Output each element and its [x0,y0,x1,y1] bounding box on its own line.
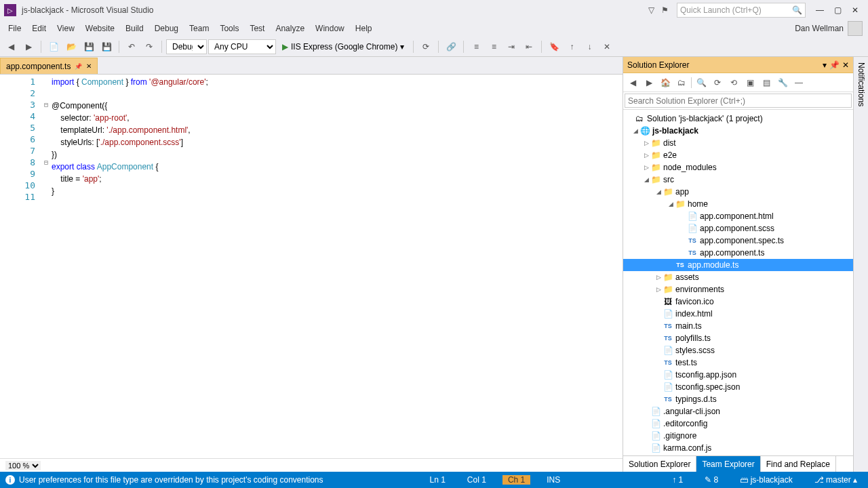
solution-root[interactable]: 🗂Solution 'js-blackjack' (1 project) [623,113,853,125]
outdent-button[interactable]: ⇤ [521,39,537,55]
user-label[interactable]: Dan Wellman [795,20,868,37]
refresh-icon[interactable]: ⟳ [711,76,724,89]
file-app-spec[interactable]: TSapp.component.spec.ts [623,235,853,247]
file-main[interactable]: TSmain.ts [623,320,853,332]
file-tsconfig-spec[interactable]: 📄tsconfig.spec.json [623,381,853,393]
file-app-html[interactable]: 📄app.component.html [623,210,853,222]
folder-dist[interactable]: ▷📁dist [623,137,853,149]
folder-assets[interactable]: ▷📁assets [623,271,853,283]
sync-icon[interactable]: 🗂 [675,76,688,89]
status-repo[interactable]: 🗃 js-blackjack [734,475,797,485]
home-icon[interactable]: 🏠 [658,76,672,89]
file-favicon[interactable]: 🖼favicon.ico [623,296,853,308]
collapse-icon[interactable]: ▣ [743,76,757,89]
file-index[interactable]: 📄index.html [623,308,853,320]
dropdown-icon[interactable]: ▾ [823,60,827,70]
code-content[interactable]: import { Component } from '@angular/core… [52,75,623,458]
file-editorconfig[interactable]: 📄.editorconfig [623,418,853,430]
flag-icon[interactable]: ⚑ [658,5,671,15]
folder-src[interactable]: ◢📁src [623,174,853,186]
file-test[interactable]: TStest.ts [623,357,853,369]
preview-icon[interactable]: — [792,76,806,89]
project-node[interactable]: ◢🌐js-blackjack [623,125,853,137]
file-polyfills[interactable]: TSpolyfills.ts [623,332,853,344]
next-bookmark-button[interactable]: ↓ [581,39,597,55]
platform-select[interactable]: Any CPU [208,39,276,54]
file-styles[interactable]: 📄styles.scss [623,344,853,357]
menu-website[interactable]: Website [80,20,120,37]
open-button[interactable]: 📂 [63,39,79,55]
file-typings[interactable]: TStypings.d.ts [623,393,853,405]
menu-view[interactable]: View [52,20,80,37]
menu-help[interactable]: Help [350,20,378,37]
indent-button[interactable]: ⇥ [503,39,519,55]
browser-link-button[interactable]: 🔗 [443,39,459,55]
tab-solution-explorer[interactable]: Solution Explorer [623,456,696,472]
undo-button[interactable]: ↶ [123,39,140,55]
new-project-button[interactable]: 📄 [45,39,62,55]
fold-column[interactable]: ⊟⊟ [41,75,52,458]
tab-close-button[interactable]: ✕ [86,62,92,70]
save-button[interactable]: 💾 [81,39,97,55]
forward-icon[interactable]: ▶ [642,76,656,89]
properties-icon[interactable]: 🔧 [776,76,789,89]
pin-icon[interactable]: 📌 [75,63,82,70]
quick-launch-input[interactable]: Quick Launch (Ctrl+Q) 🔍 [677,3,806,18]
search-input[interactable] [625,94,852,108]
prev-bookmark-button[interactable]: ↑ [564,39,580,55]
notifications-tab[interactable]: Notifications [855,57,867,112]
close-panel-button[interactable]: ✕ [842,60,849,70]
close-button[interactable]: ✕ [846,3,864,17]
file-tsconfig-app[interactable]: 📄tsconfig.app.json [623,369,853,381]
redo-button[interactable]: ↷ [141,39,157,55]
forward-button[interactable]: ▶ [20,39,37,55]
back-button[interactable]: ◀ [3,39,19,55]
editor-body[interactable]: 1234567891011 ⊟⊟ import { Component } fr… [0,75,623,458]
menu-file[interactable]: File [3,20,26,37]
file-karma[interactable]: 📄karma.conf.js [623,442,853,454]
uncomment-button[interactable]: ≡ [486,39,502,55]
filter-icon[interactable]: ▽ [644,5,658,15]
tab-find-replace[interactable]: Find and Replace [761,456,836,472]
folder-app[interactable]: ◢📁app [623,186,853,198]
folder-e2e[interactable]: ▷📁e2e [623,149,853,161]
run-button[interactable]: ▶ IIS Express (Google Chrome) ▾ [277,39,409,54]
showall-icon[interactable]: ▤ [760,76,773,89]
file-gitignore[interactable]: 📄.gitignore [623,430,853,442]
menu-build[interactable]: Build [120,20,149,37]
bookmark-button[interactable]: 🔖 [546,39,562,55]
file-angular-cli[interactable]: 📄.angular-cli.json [623,405,853,418]
folder-home[interactable]: ◢📁home [623,198,853,210]
zoom-select[interactable]: 100 % [5,461,41,470]
status-publish[interactable]: ↑ 1 [667,475,688,485]
clear-bookmarks-button[interactable]: ✕ [599,39,615,55]
tab-team-explorer[interactable]: Team Explorer [696,456,760,472]
menu-team[interactable]: Team [184,20,214,37]
status-changes[interactable]: ✎ 8 [699,475,724,485]
tab-app-component[interactable]: app.component.ts 📌 ✕ [0,58,98,74]
minimize-button[interactable]: — [811,3,829,17]
folder-node-modules[interactable]: ▷📁node_modules [623,161,853,174]
status-line: Ln 1 [425,475,451,485]
maximize-button[interactable]: ▢ [829,3,846,17]
comment-button[interactable]: ≡ [468,39,484,55]
pin-icon[interactable]: 📌 [829,60,840,70]
menu-window[interactable]: Window [310,20,350,37]
folder-environments[interactable]: ▷📁environments [623,283,853,296]
menu-analyze[interactable]: Analyze [270,20,310,37]
status-branch[interactable]: ⎇ master ▴ [809,475,863,485]
file-app-ts[interactable]: TSapp.component.ts [623,247,853,259]
back-icon[interactable]: ◀ [626,76,639,89]
file-app-module[interactable]: TSapp.module.ts [623,259,853,271]
menu-debug[interactable]: Debug [149,20,184,37]
scope-icon[interactable]: 🔍 [694,76,708,89]
config-select[interactable]: Debug [166,39,207,54]
file-app-scss[interactable]: 📄app.component.scss [623,222,853,235]
save-all-button[interactable]: 💾 [98,39,115,55]
menu-test[interactable]: Test [244,20,270,37]
refresh2-icon[interactable]: ⟲ [727,76,741,89]
refresh-button[interactable]: ⟳ [418,39,434,55]
solution-explorer-panel: Solution Explorer ▾ 📌 ✕ ◀ ▶ 🏠 🗂 🔍 ⟳ ⟲ ▣ … [623,57,853,472]
menu-tools[interactable]: Tools [214,20,244,37]
menu-edit[interactable]: Edit [26,20,52,37]
